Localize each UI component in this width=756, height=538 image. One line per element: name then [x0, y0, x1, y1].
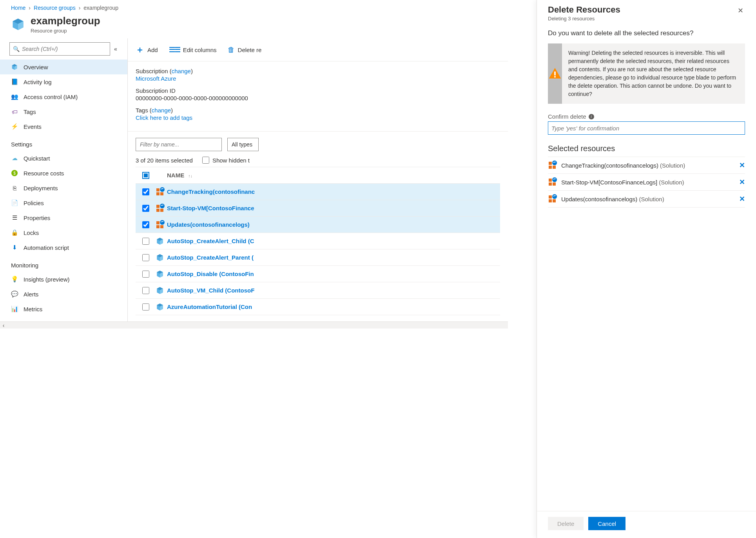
row-checkbox[interactable] [142, 205, 149, 212]
chevron-right-icon: › [79, 5, 81, 11]
script-icon: ⬇ [11, 244, 18, 251]
add-button[interactable]: ＋ Add [136, 44, 158, 56]
table-row[interactable]: ChangeTracking(contosofinanc [136, 184, 500, 200]
sidebar-item-alerts[interactable]: 💬Alerts [0, 287, 127, 301]
subscription-id-label: Subscription ID [136, 87, 500, 94]
tags-label: Tags (change) [136, 107, 500, 114]
name-column-header[interactable]: NAME [167, 172, 184, 179]
scroll-left-icon[interactable]: ‹ [0, 322, 7, 329]
resource-name[interactable]: AutoStop_VM_Child (ContosoF [167, 287, 497, 294]
cost-icon: $ [11, 170, 18, 177]
sidebar-item-label: Alerts [24, 291, 38, 298]
sidebar-item-tags[interactable]: 🏷Tags [0, 104, 127, 119]
props-icon: ☰ [11, 214, 18, 221]
table-row[interactable]: AutoStop_Disable (ContosoFin [136, 266, 500, 282]
row-checkbox[interactable] [142, 221, 149, 228]
resource-name[interactable]: AutoStop_CreateAlert_Parent ( [167, 254, 497, 261]
subscription-change-link[interactable]: change [172, 68, 191, 74]
sidebar-item-label: Locks [24, 229, 39, 236]
show-hidden-toggle[interactable]: Show hidden t [202, 157, 250, 164]
sidebar-search[interactable]: 🔍 [9, 42, 110, 56]
resource-group-icon [11, 17, 25, 31]
monitoring-section-label: Monitoring [0, 255, 127, 272]
sidebar-item-label: Policies [24, 200, 44, 206]
sidebar-item-metrics[interactable]: 📊Metrics [0, 301, 127, 316]
resource-name[interactable]: AutoStop_Disable (ContosoFin [167, 271, 497, 277]
sidebar-item-resource-costs[interactable]: $Resource costs [0, 166, 127, 181]
table-row[interactable]: AutoStop_CreateAlert_Child (C [136, 233, 500, 249]
sidebar-item-policies[interactable]: 📄Policies [0, 195, 127, 210]
row-checkbox[interactable] [142, 238, 149, 245]
bolt-icon: ⚡ [11, 123, 18, 130]
subscription-value[interactable]: Microsoft Azure [136, 75, 176, 82]
resource-name[interactable]: AutoStop_CreateAlert_Child (C [167, 238, 497, 244]
sidebar-item-quickstart[interactable]: ☁Quickstart [0, 151, 127, 166]
resource-name[interactable]: Updates(contosofinancelogs) [167, 221, 497, 228]
table-row[interactable]: Updates(contosofinancelogs) [136, 217, 500, 233]
cloud-icon: ☁ [11, 155, 18, 162]
breadcrumb: Home › Resource groups › examplegroup [0, 0, 508, 13]
resource-name[interactable]: AzureAutomationTutorial (Con [167, 303, 497, 310]
lock-icon: 🔒 [11, 229, 18, 236]
add-label: Add [147, 47, 158, 53]
delete-rg-button[interactable]: 🗑 Delete re [228, 46, 262, 54]
sidebar-item-access-control-iam-[interactable]: 👥Access control (IAM) [0, 89, 127, 104]
sidebar-item-label: Properties [24, 215, 50, 221]
sidebar-item-activity-log[interactable]: 📘Activity log [0, 74, 127, 89]
log-icon: 📘 [11, 78, 18, 85]
sidebar-item-label: Access control (IAM) [24, 94, 78, 100]
sort-icon: ↑↓ [188, 173, 192, 178]
table-row[interactable]: AzureAutomationTutorial (Con [136, 299, 500, 315]
show-hidden-checkbox[interactable] [202, 157, 209, 164]
chevron-right-icon: › [29, 5, 31, 11]
row-checkbox[interactable] [142, 188, 149, 195]
sidebar-item-label: Metrics [24, 306, 42, 312]
solution-icon [156, 220, 164, 229]
table-header: NAME ↑↓ [136, 167, 500, 184]
runbook-icon [156, 303, 164, 311]
select-all-checkbox[interactable] [142, 172, 149, 179]
page-title: examplegroup [31, 15, 100, 27]
horizontal-scrollbar[interactable]: ‹ [0, 321, 508, 329]
metrics-icon: 📊 [11, 305, 18, 312]
resource-name[interactable]: Start-Stop-VM[ContosoFinance [167, 205, 497, 211]
sidebar-item-locks[interactable]: 🔒Locks [0, 225, 127, 240]
page-subtitle: Resource group [31, 28, 100, 34]
table-row[interactable]: AutoStop_CreateAlert_Parent ( [136, 249, 500, 266]
sidebar-item-overview[interactable]: Overview [0, 60, 127, 74]
type-filter-label: All types [232, 141, 252, 148]
type-filter-dropdown[interactable]: All types [227, 138, 259, 151]
filter-by-name-input[interactable] [136, 138, 222, 151]
edit-columns-label: Edit columns [183, 47, 217, 53]
sidebar-item-deployments[interactable]: ⎘Deployments [0, 181, 127, 195]
deploy-icon: ⎘ [11, 184, 18, 191]
breadcrumb-home[interactable]: Home [11, 5, 25, 11]
resource-table: NAME ↑↓ ChangeTracking(contosofinanc Sta… [136, 167, 500, 315]
sidebar-item-label: Activity log [24, 79, 52, 85]
alert-icon: 💬 [11, 291, 18, 298]
sidebar-item-automation-script[interactable]: ⬇Automation script [0, 240, 127, 255]
sidebar: 🔍 « Overview📘Activity log👥Access control… [0, 38, 128, 321]
row-checkbox[interactable] [142, 287, 149, 294]
sidebar-item-insights-preview-[interactable]: 💡Insights (preview) [0, 272, 127, 287]
row-checkbox[interactable] [142, 254, 149, 261]
sidebar-item-label: Events [24, 123, 42, 130]
table-row[interactable]: Start-Stop-VM[ContosoFinance [136, 200, 500, 217]
table-row[interactable]: AutoStop_VM_Child (ContosoF [136, 282, 500, 299]
sidebar-item-events[interactable]: ⚡Events [0, 119, 127, 134]
sidebar-item-properties[interactable]: ☰Properties [0, 210, 127, 225]
resource-name[interactable]: ChangeTracking(contosofinanc [167, 188, 497, 195]
search-input[interactable] [22, 46, 107, 52]
tags-change-link[interactable]: change [152, 107, 171, 114]
sidebar-item-label: Quickstart [24, 155, 50, 162]
breadcrumb-resource-groups[interactable]: Resource groups [34, 5, 76, 11]
subscription-label: Subscription (change) [136, 68, 500, 74]
sidebar-item-label: Resource costs [24, 170, 64, 177]
collapse-sidebar-icon[interactable]: « [114, 46, 121, 52]
row-checkbox[interactable] [142, 303, 149, 311]
tags-add-link[interactable]: Click here to add tags [136, 114, 192, 121]
row-checkbox[interactable] [142, 271, 149, 278]
runbook-icon [156, 253, 164, 262]
edit-columns-button[interactable]: ☰☰ Edit columns [169, 45, 217, 54]
sidebar-item-label: Tags [24, 108, 36, 115]
